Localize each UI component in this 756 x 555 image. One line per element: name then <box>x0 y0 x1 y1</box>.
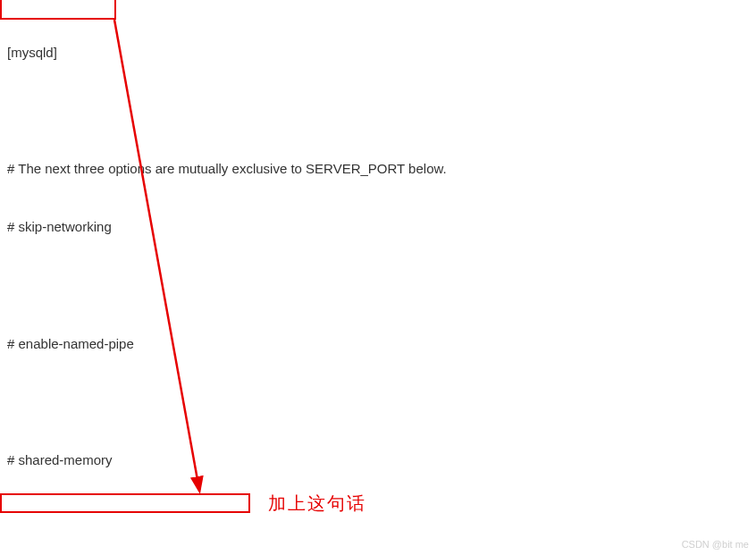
config-line <box>7 101 749 121</box>
config-line <box>7 509 749 529</box>
config-line: # The next three options are mutually ex… <box>7 159 749 179</box>
annotation-label: 加上这句话 <box>268 492 366 516</box>
config-line <box>7 392 749 412</box>
watermark-text: CSDN @bit me <box>682 539 749 550</box>
config-line: # skip-networking <box>7 217 749 237</box>
config-line <box>7 276 749 296</box>
config-line: [mysqld] <box>7 43 749 63</box>
config-line: # shared-memory <box>7 450 749 470</box>
config-file-content: [mysqld] # The next three options are mu… <box>0 0 756 555</box>
config-line: # enable-named-pipe <box>7 334 749 354</box>
